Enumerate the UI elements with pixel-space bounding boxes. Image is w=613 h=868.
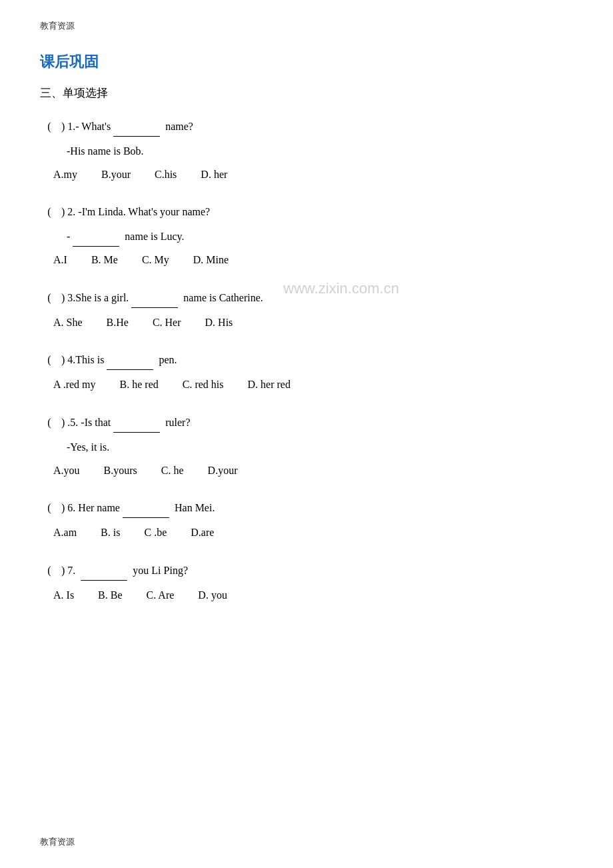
- q5-opt-b: B.yours: [104, 461, 137, 481]
- q7-paren: (: [40, 561, 59, 581]
- q5-opt-d: D.your: [208, 461, 238, 481]
- header-label: 教育资源: [40, 20, 573, 32]
- q7-opt-c: C. Are: [147, 586, 175, 605]
- q6-opt-c: C .be: [144, 523, 167, 543]
- q7-options: A. Is B. Be C. Are D. you: [53, 586, 573, 605]
- q2-opt-d: D. Mine: [193, 251, 229, 270]
- q4-opt-c: C. red his: [183, 375, 224, 395]
- q6-paren-close: ): [61, 499, 65, 518]
- q4-paren: (: [40, 351, 59, 370]
- q2-opt-b: B. Me: [91, 251, 118, 270]
- q6-opt-b: B. is: [101, 523, 120, 543]
- q2-text: 2. -I'm Linda. What's your name?: [67, 203, 210, 222]
- question-6: ( ) 6. Her name Han Mei. A.am B. is C .b…: [40, 499, 573, 543]
- q1-options: A.my B.your C.his D. her: [53, 165, 573, 185]
- q5-sub: -Yes, it is.: [67, 438, 573, 457]
- q5-line: ( ) .5. -Is that ruler?: [40, 413, 573, 433]
- question-2: ( ) 2. -I'm Linda. What's your name? - n…: [40, 203, 573, 269]
- q4-text: 4.This is pen.: [67, 351, 177, 370]
- q5-text: .5. -Is that ruler?: [67, 413, 190, 433]
- q6-opt-a: A.am: [53, 523, 77, 543]
- q2-opt-c: C. My: [142, 251, 169, 270]
- q6-paren: (: [40, 499, 59, 518]
- q3-paren: (: [40, 289, 59, 308]
- question-3: ( ) 3.She is a girl. name is Catherine. …: [40, 289, 573, 333]
- q2-options: A.I B. Me C. My D. Mine: [53, 251, 573, 270]
- q5-blank: [113, 432, 160, 433]
- q2-sub: - name is Lucy.: [67, 227, 573, 247]
- q7-text: 7. you Li Ping?: [67, 561, 188, 581]
- q7-opt-a: A. Is: [53, 586, 74, 605]
- q3-line: ( ) 3.She is a girl. name is Catherine.: [40, 289, 573, 308]
- q6-blank: [123, 517, 169, 518]
- q7-paren-close: ): [61, 561, 65, 581]
- q2-paren: (: [40, 203, 59, 222]
- q6-text: 6. Her name Han Mei.: [67, 499, 215, 518]
- q5-options: A.you B.yours C. he D.your: [53, 461, 573, 481]
- q4-paren-close: ): [61, 351, 65, 370]
- q2-paren-close: ): [61, 203, 65, 222]
- q1-line: ( ) 1.- What's name?: [40, 117, 573, 137]
- q1-opt-c: C.his: [155, 165, 177, 185]
- footer-label: 教育资源: [40, 836, 75, 848]
- q3-opt-c: C. Her: [153, 313, 181, 333]
- q3-paren-close: ): [61, 289, 65, 308]
- q4-line: ( ) 4.This is pen.: [40, 351, 573, 370]
- q5-opt-c: C. he: [161, 461, 184, 481]
- question-1: ( ) 1.- What's name? -His name is Bob. A…: [40, 117, 573, 184]
- q3-opt-a: A. She: [53, 313, 83, 333]
- q1-paren: (: [40, 117, 59, 137]
- q4-opt-d: D. her red: [248, 375, 291, 395]
- q3-text: 3.She is a girl. name is Catherine.: [67, 289, 263, 308]
- q3-options: A. She B.He C. Her D. His: [53, 313, 573, 333]
- q4-blank: [107, 369, 153, 370]
- q4-options: A .red my B. he red C. red his D. her re…: [53, 375, 573, 395]
- q6-opt-d: D.are: [191, 523, 214, 543]
- q1-opt-b: B.your: [101, 165, 131, 185]
- q2-opt-a: A.I: [53, 251, 67, 270]
- q5-paren: (: [40, 413, 59, 433]
- q2-blank: [73, 246, 119, 247]
- question-7: ( ) 7. you Li Ping? A. Is B. Be C. Are D…: [40, 561, 573, 605]
- q6-line: ( ) 6. Her name Han Mei.: [40, 499, 573, 518]
- q3-opt-d: D. His: [205, 313, 233, 333]
- q6-options: A.am B. is C .be D.are: [53, 523, 573, 543]
- q1-blank: [113, 136, 160, 137]
- q7-blank: [81, 580, 127, 581]
- q1-sub: -His name is Bob.: [67, 142, 573, 161]
- q5-paren-close: ): [61, 413, 65, 433]
- q7-opt-d: D. you: [198, 586, 227, 605]
- q4-opt-b: B. he red: [120, 375, 159, 395]
- q1-opt-d: D. her: [201, 165, 227, 185]
- q4-opt-a: A .red my: [53, 375, 96, 395]
- q7-opt-b: B. Be: [98, 586, 122, 605]
- q1-paren-close: ): [61, 117, 65, 137]
- q5-opt-a: A.you: [53, 461, 80, 481]
- q3-opt-b: B.He: [107, 313, 129, 333]
- q3-blank: [131, 307, 178, 308]
- q1-text: 1.- What's name?: [67, 117, 193, 137]
- question-4: ( ) 4.This is pen. A .red my B. he red C…: [40, 351, 573, 395]
- question-5: ( ) .5. -Is that ruler? -Yes, it is. A.y…: [40, 413, 573, 480]
- q1-opt-a: A.my: [53, 165, 77, 185]
- q2-line: ( ) 2. -I'm Linda. What's your name?: [40, 203, 573, 222]
- section-title: 课后巩固: [40, 52, 573, 72]
- q7-line: ( ) 7. you Li Ping?: [40, 561, 573, 581]
- sub-title: 三、单项选择: [40, 85, 573, 101]
